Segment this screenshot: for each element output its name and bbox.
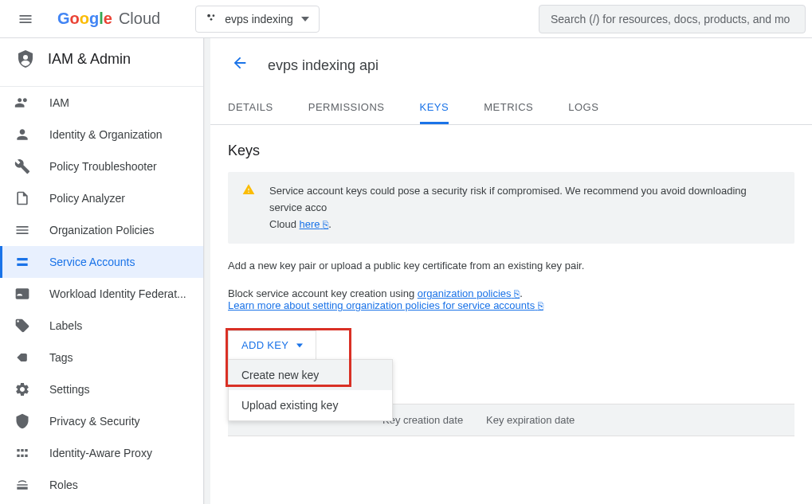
- warning-here-link[interactable]: here ⎘: [300, 218, 329, 230]
- external-link-icon: ⎘: [514, 288, 520, 299]
- add-key-description: Add a new key pair or upload a public ke…: [228, 260, 794, 272]
- sidebar-item-identity-aware-proxy[interactable]: Identity-Aware Proxy: [0, 437, 203, 469]
- tab-keys[interactable]: Keys: [420, 92, 449, 124]
- google-cloud-logo[interactable]: Google Cloud: [57, 10, 160, 29]
- document-search-icon: [14, 190, 30, 206]
- sidebar-item-workload-identity[interactable]: Workload Identity Federat...: [0, 278, 203, 310]
- add-key-dropdown: Create new key Upload existing key: [228, 359, 393, 421]
- tab-details[interactable]: Details: [228, 92, 273, 124]
- tag-icon: [14, 350, 30, 365]
- warning-icon: [242, 183, 255, 232]
- section-title: IAM & Admin: [48, 51, 131, 68]
- dropdown-arrow-icon: [301, 15, 309, 23]
- sidebar: IAM & Admin IAM Identity & Organization …: [0, 38, 204, 504]
- sidebar-item-tags[interactable]: Tags: [0, 342, 203, 373]
- warning-banner: Service account keys could pose a securi…: [228, 172, 794, 244]
- svg-point-3: [23, 55, 28, 60]
- col-creation-date: Key creation date: [382, 414, 486, 426]
- person-icon: [14, 127, 30, 143]
- shield-icon: [14, 413, 30, 429]
- section-header: IAM & Admin: [0, 38, 203, 86]
- list-icon: [14, 222, 30, 238]
- menu-icon: [18, 11, 33, 27]
- back-button[interactable]: [228, 51, 252, 80]
- sidebar-item-org-policies[interactable]: Organization Policies: [0, 214, 203, 246]
- sidebar-item-service-accounts[interactable]: Service Accounts: [0, 246, 203, 278]
- sidebar-item-labels[interactable]: Labels: [0, 310, 203, 342]
- label-icon: [14, 318, 30, 334]
- svg-point-0: [207, 14, 210, 17]
- sidebar-item-roles[interactable]: Roles: [0, 469, 203, 501]
- wrench-icon: [14, 158, 30, 174]
- arrow-left-icon: [231, 54, 249, 72]
- tab-bar: Details Permissions Keys Metrics Logs: [210, 92, 812, 125]
- warning-text-1: Service account keys could pose a securi…: [269, 185, 747, 213]
- project-name: evps indexing: [225, 13, 293, 25]
- svg-point-2: [210, 18, 213, 20]
- tab-permissions[interactable]: Permissions: [308, 92, 385, 124]
- sidebar-item-policy-troubleshooter[interactable]: Policy Troubleshooter: [0, 150, 203, 182]
- proxy-icon: [14, 445, 30, 461]
- block-text: Block service account key creation using: [228, 287, 418, 299]
- keys-heading: Keys: [228, 143, 794, 159]
- main-content: evps indexing api Details Permissions Ke…: [210, 38, 812, 504]
- gear-icon: [14, 381, 30, 397]
- id-card-icon: [14, 286, 30, 302]
- sidebar-item-settings[interactable]: Settings: [0, 373, 203, 405]
- search-input[interactable]: Search (/) for resources, docs, products…: [539, 5, 806, 33]
- sidebar-item-iam[interactable]: IAM: [0, 87, 203, 119]
- learn-more-link[interactable]: Learn more about setting organization po…: [228, 299, 543, 311]
- upload-existing-key-option[interactable]: Upload existing key: [229, 390, 392, 420]
- col-expiration-date: Key expiration date: [486, 414, 614, 426]
- roles-icon: [14, 477, 30, 493]
- tab-metrics[interactable]: Metrics: [484, 92, 533, 124]
- external-link-icon: ⎘: [323, 219, 328, 230]
- hamburger-menu-button[interactable]: [6, 0, 45, 38]
- sidebar-item-policy-analyzer[interactable]: Policy Analyzer: [0, 182, 203, 214]
- service-account-icon: [14, 254, 30, 270]
- add-key-button[interactable]: ADD KEY: [228, 330, 316, 359]
- org-policies-link[interactable]: organization policies ⎘: [418, 287, 520, 299]
- dropdown-arrow-icon: [296, 342, 303, 349]
- top-bar: Google Cloud evps indexing Search (/) fo…: [0, 0, 812, 38]
- create-new-key-option[interactable]: Create new key: [229, 360, 392, 390]
- warning-text-2: Cloud: [269, 218, 300, 230]
- external-link-icon: ⎘: [538, 300, 543, 311]
- iam-shield-icon: [16, 49, 35, 68]
- sidebar-item-privacy-security[interactable]: Privacy & Security: [0, 405, 203, 437]
- sidebar-scrollbar[interactable]: [204, 38, 210, 504]
- project-picker[interactable]: evps indexing: [195, 6, 320, 33]
- tab-logs[interactable]: Logs: [568, 92, 598, 124]
- people-icon: [14, 95, 30, 111]
- svg-point-1: [213, 14, 215, 17]
- page-title: evps indexing api: [268, 57, 379, 74]
- sidebar-item-identity-org[interactable]: Identity & Organization: [0, 119, 203, 150]
- project-icon: [206, 12, 217, 26]
